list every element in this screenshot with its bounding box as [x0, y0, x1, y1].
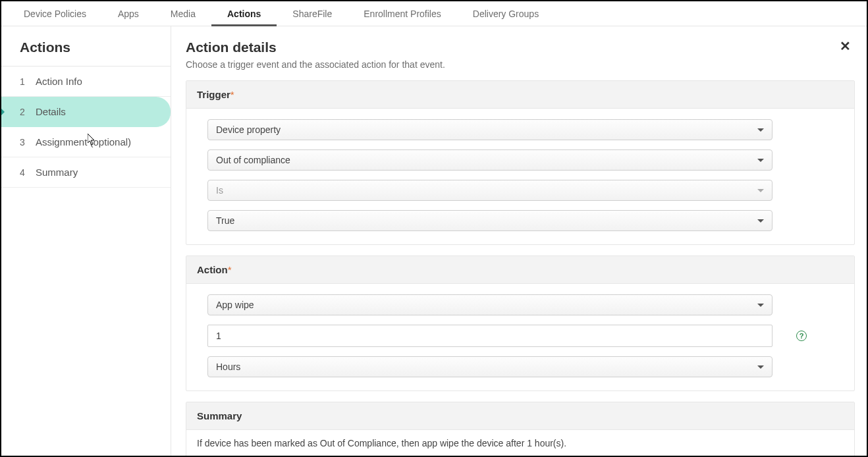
trigger-property-select[interactable]: Out of compliance — [207, 149, 773, 171]
delay-unit-value: Hours — [216, 362, 240, 372]
trigger-property-value: Out of compliance — [216, 155, 290, 165]
summary-panel: Summary If device has been marked as Out… — [186, 402, 855, 456]
step-number: 4 — [20, 167, 29, 178]
action-header-label: Action — [197, 264, 228, 275]
step-number: 1 — [20, 76, 29, 87]
trigger-value-select[interactable]: True — [207, 210, 773, 231]
close-icon[interactable]: ✕ — [836, 40, 855, 53]
trigger-panel-header: Trigger* — [186, 81, 854, 109]
chevron-down-icon — [757, 365, 764, 369]
trigger-value: True — [216, 215, 234, 226]
sidebar: Actions 1 Action Info 2 Details 3 Assign… — [1, 26, 171, 456]
main-content: Action details Choose a trigger event an… — [171, 26, 867, 456]
summary-panel-header: Summary — [186, 402, 854, 430]
action-type-select[interactable]: App wipe — [207, 294, 773, 315]
chevron-down-icon — [757, 304, 764, 307]
tab-delivery-groups[interactable]: Delivery Groups — [457, 1, 555, 26]
chevron-down-icon — [757, 128, 764, 132]
step-details[interactable]: 2 Details — [1, 97, 171, 127]
tab-actions[interactable]: Actions — [211, 1, 277, 26]
trigger-operator-select[interactable]: Is — [207, 180, 773, 201]
step-assignment[interactable]: 3 Assignment (optional) — [1, 127, 171, 157]
step-summary[interactable]: 4 Summary — [1, 157, 171, 188]
required-indicator: * — [228, 264, 232, 275]
step-number: 2 — [20, 107, 29, 117]
sidebar-title: Actions — [1, 26, 171, 67]
tab-sharefile[interactable]: ShareFile — [277, 1, 348, 26]
tab-media[interactable]: Media — [155, 1, 211, 26]
step-label: Details — [36, 106, 66, 117]
trigger-type-value: Device property — [216, 124, 281, 135]
chevron-down-icon — [757, 159, 764, 162]
action-type-value: App wipe — [216, 300, 254, 310]
required-indicator: * — [231, 89, 234, 100]
chevron-down-icon — [757, 219, 764, 223]
trigger-operator-value: Is — [216, 185, 223, 196]
page-title: Action details — [186, 40, 445, 55]
top-nav: Device Policies Apps Media Actions Share… — [1, 1, 867, 26]
trigger-type-select[interactable]: Device property — [207, 119, 773, 140]
action-panel: Action* App wipe ? Hours — [186, 255, 855, 391]
delay-unit-select[interactable]: Hours — [207, 356, 773, 377]
tab-device-policies[interactable]: Device Policies — [8, 1, 102, 26]
step-label: Assignment (optional) — [36, 136, 131, 148]
step-label: Action Info — [36, 76, 82, 87]
action-panel-header: Action* — [186, 256, 854, 284]
step-label: Summary — [36, 167, 78, 178]
page-subtitle: Choose a trigger event and the associate… — [186, 59, 445, 70]
trigger-panel: Trigger* Device property Out of complian… — [186, 80, 855, 245]
summary-text: If device has been marked as Out of Comp… — [186, 430, 854, 456]
chevron-down-icon — [757, 189, 764, 192]
tab-apps[interactable]: Apps — [102, 1, 155, 26]
step-action-info[interactable]: 1 Action Info — [1, 67, 171, 97]
delay-value-input[interactable] — [207, 325, 773, 347]
tab-enrollment-profiles[interactable]: Enrollment Profiles — [348, 1, 457, 26]
wizard-steps: 1 Action Info 2 Details 3 Assignment (op… — [1, 67, 171, 188]
trigger-header-label: Trigger — [197, 89, 231, 100]
step-number: 3 — [20, 137, 29, 148]
help-icon[interactable]: ? — [796, 331, 807, 341]
